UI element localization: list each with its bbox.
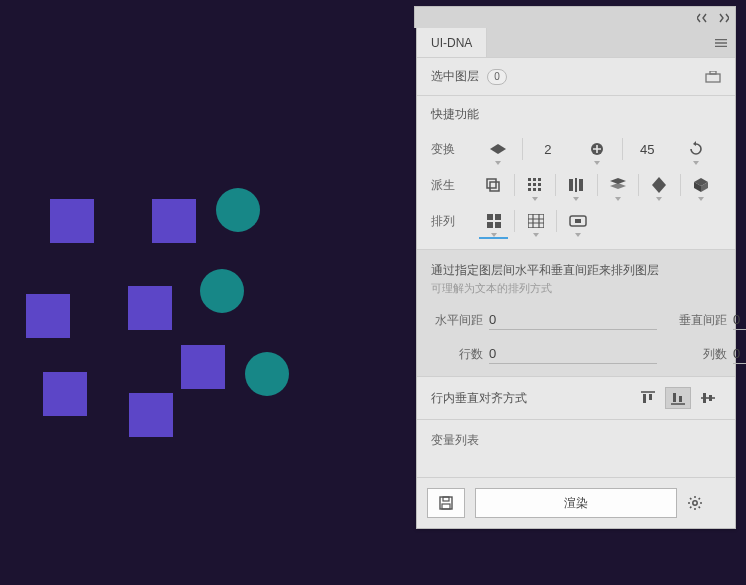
ui-dna-panel: UI-DNA 选中图层 0 快捷功能 变换 — [416, 27, 736, 529]
svg-point-40 — [693, 501, 697, 505]
shape-square[interactable] — [152, 199, 196, 243]
derive-row: 派生 — [431, 167, 721, 203]
derive-cube-button[interactable] — [681, 167, 722, 203]
svg-rect-34 — [679, 396, 682, 402]
svg-rect-14 — [538, 188, 541, 191]
svg-rect-10 — [533, 183, 536, 186]
derive-diamond-button[interactable] — [639, 167, 680, 203]
save-button[interactable] — [427, 488, 465, 518]
svg-rect-33 — [673, 393, 676, 402]
derive-copy-button[interactable] — [473, 167, 514, 203]
transform-scale-value[interactable]: 2 — [523, 131, 572, 167]
svg-rect-1 — [710, 71, 716, 74]
panel-titlebar[interactable] — [414, 6, 736, 28]
transform-layer-button[interactable] — [473, 131, 522, 167]
svg-rect-30 — [575, 219, 581, 223]
svg-rect-9 — [528, 183, 531, 186]
selected-layers-section: 选中图层 0 — [417, 58, 735, 96]
arrange-row: 排列 — [431, 203, 721, 239]
svg-rect-4 — [487, 179, 496, 188]
h-gap-label: 水平间距 — [431, 312, 483, 329]
render-button[interactable]: 渲染 — [475, 488, 677, 518]
svg-rect-25 — [495, 214, 501, 220]
v-gap-input[interactable] — [733, 310, 746, 330]
variable-list-label: 变量列表 — [431, 433, 479, 447]
quick-functions-label: 快捷功能 — [431, 106, 721, 123]
svg-marker-2 — [490, 144, 506, 154]
align-top-button[interactable] — [635, 387, 661, 409]
derive-label: 派生 — [431, 177, 473, 194]
detail-hint-2: 可理解为文本的排列方式 — [431, 281, 721, 296]
align-middle-button[interactable] — [695, 387, 721, 409]
rows-label: 行数 — [431, 346, 483, 363]
svg-rect-12 — [528, 188, 531, 191]
align-bottom-button[interactable] — [665, 387, 691, 409]
svg-rect-28 — [528, 214, 544, 228]
cols-label: 列数 — [675, 346, 727, 363]
toolbox-icon[interactable] — [705, 71, 721, 83]
detail-hint-1: 通过指定图层间水平和垂直间距来排列图层 — [431, 262, 721, 279]
svg-rect-17 — [579, 179, 583, 191]
shape-square[interactable] — [181, 345, 225, 389]
transform-rotate-value[interactable]: 45 — [623, 131, 672, 167]
tab-row: UI-DNA — [417, 28, 735, 58]
svg-rect-16 — [575, 178, 577, 192]
shape-circle[interactable] — [216, 188, 260, 232]
selected-count-badge: 0 — [487, 69, 507, 85]
selected-layers-label: 选中图层 — [431, 68, 479, 85]
svg-rect-35 — [703, 393, 706, 403]
transform-row: 变换 2 45 — [431, 131, 721, 167]
shape-square[interactable] — [50, 199, 94, 243]
tab-ui-dna[interactable]: UI-DNA — [417, 28, 487, 57]
derive-mirror-button[interactable] — [556, 167, 597, 203]
svg-marker-19 — [610, 183, 626, 189]
transform-rotate-button[interactable] — [672, 131, 721, 167]
shape-circle[interactable] — [245, 352, 289, 396]
svg-rect-13 — [533, 188, 536, 191]
svg-rect-27 — [495, 222, 501, 228]
arrange-fit-button[interactable] — [557, 203, 598, 239]
svg-rect-32 — [649, 394, 652, 400]
svg-marker-20 — [652, 177, 666, 193]
shape-square[interactable] — [129, 393, 173, 437]
cols-input[interactable] — [733, 344, 746, 364]
svg-rect-36 — [709, 395, 712, 401]
derive-stack-button[interactable] — [598, 167, 639, 203]
collapse-icon[interactable] — [697, 12, 709, 24]
svg-rect-26 — [487, 222, 493, 228]
transform-add-button[interactable] — [572, 131, 621, 167]
settings-button[interactable] — [687, 495, 725, 511]
svg-rect-24 — [487, 214, 493, 220]
svg-rect-8 — [538, 178, 541, 181]
svg-rect-5 — [490, 182, 499, 191]
variable-list-section[interactable]: 变量列表 — [417, 420, 735, 477]
shape-square[interactable] — [128, 286, 172, 330]
shape-square[interactable] — [43, 372, 87, 416]
vertical-align-section: 行内垂直对齐方式 — [417, 377, 735, 420]
derive-grid-button[interactable] — [515, 167, 556, 203]
vertical-align-label: 行内垂直对齐方式 — [431, 390, 527, 407]
svg-rect-11 — [538, 183, 541, 186]
shape-circle[interactable] — [200, 269, 244, 313]
transform-label: 变换 — [431, 141, 473, 158]
svg-rect-39 — [442, 504, 450, 509]
arrange-table-button[interactable] — [515, 203, 556, 239]
arrange-label: 排列 — [431, 213, 473, 230]
arrange-detail-section: 通过指定图层间水平和垂直间距来排列图层 可理解为文本的排列方式 水平间距 垂直间… — [417, 250, 735, 377]
svg-rect-6 — [528, 178, 531, 181]
svg-rect-15 — [569, 179, 573, 191]
arrange-tile-button[interactable] — [473, 203, 514, 239]
h-gap-input[interactable] — [489, 310, 657, 330]
shape-square[interactable] — [26, 294, 70, 338]
rows-input[interactable] — [489, 344, 657, 364]
v-gap-label: 垂直间距 — [675, 312, 727, 329]
svg-rect-31 — [643, 394, 646, 403]
svg-rect-7 — [533, 178, 536, 181]
panel-menu-icon[interactable] — [715, 37, 727, 49]
expand-icon[interactable] — [717, 12, 729, 24]
svg-rect-0 — [706, 74, 720, 82]
tab-spacer — [487, 28, 735, 57]
panel-footer: 渲染 — [417, 477, 735, 528]
quick-functions-section: 快捷功能 变换 2 45 — [417, 96, 735, 250]
